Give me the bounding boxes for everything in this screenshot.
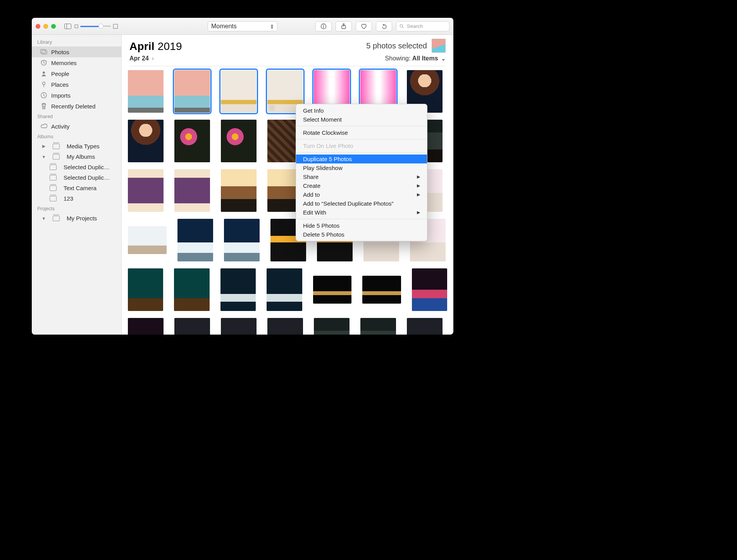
photo-thumbnail[interactable]: [128, 120, 164, 162]
sidebar-group-my-projects[interactable]: ▼My Projects: [32, 213, 121, 223]
photo-thumbnail[interactable]: [267, 268, 302, 311]
photo-thumbnail[interactable]: [313, 276, 351, 304]
disclosure-triangle-icon[interactable]: ▶: [41, 144, 46, 149]
photo-thumbnail[interactable]: [314, 318, 350, 335]
sidebar-item-recently-deleted[interactable]: Recently Deleted: [32, 101, 121, 112]
favorite-button[interactable]: [356, 21, 372, 31]
search-field[interactable]: [396, 21, 449, 31]
menu-item[interactable]: Add to “Selected Duplicate Photos”: [296, 199, 427, 208]
info-icon: [320, 23, 327, 29]
photo-thumbnail[interactable]: [174, 318, 210, 335]
window-controls: [36, 24, 56, 29]
photo-thumbnail[interactable]: [128, 268, 163, 311]
menu-item[interactable]: Rotate Clockwise: [296, 128, 427, 137]
photo-thumbnail[interactable]: [221, 318, 257, 335]
sidebar-item-label: 123: [64, 195, 73, 202]
photo-thumbnail[interactable]: [220, 268, 256, 311]
chevron-right-icon[interactable]: ›: [152, 55, 154, 62]
menu-item-label: Share: [303, 173, 319, 180]
sidebar-item-label: Photos: [51, 49, 69, 55]
sidebar-item-photos[interactable]: Photos: [32, 46, 121, 57]
minimize-window-button[interactable]: [43, 24, 48, 29]
selection-preview-thumb[interactable]: [432, 39, 446, 53]
sidebar-toggle-icon[interactable]: [64, 24, 71, 29]
search-input[interactable]: [406, 23, 446, 29]
fullscreen-window-button[interactable]: [51, 24, 56, 29]
chevron-down-icon: ⌄: [441, 56, 446, 62]
svg-point-8: [400, 24, 403, 27]
svg-point-5: [323, 25, 324, 26]
menu-item[interactable]: Play Slideshow: [296, 163, 427, 172]
photo-thumbnail[interactable]: [174, 70, 210, 113]
menu-item-label: Turn On Live Photo: [303, 143, 353, 149]
photo-thumbnail[interactable]: [174, 169, 210, 212]
disclosure-triangle-icon[interactable]: ▼: [41, 155, 46, 159]
sidebar-item-label: Activity: [51, 123, 70, 130]
menu-item-label: Play Slideshow: [303, 165, 343, 171]
menu-item-label: Delete 5 Photos: [303, 231, 344, 238]
sidebar-album-item[interactable]: Selected Duplic…: [32, 162, 121, 172]
photo-thumbnail[interactable]: [177, 219, 213, 261]
sidebar-item-label: My Projects: [67, 215, 97, 222]
photo-thumbnail[interactable]: [412, 268, 447, 311]
submenu-arrow-icon: ▶: [417, 183, 420, 188]
photo-thumbnail[interactable]: [128, 169, 164, 212]
sidebar-item-imports[interactable]: Imports: [32, 90, 121, 101]
menu-item[interactable]: Share▶: [296, 172, 427, 181]
share-button[interactable]: [336, 21, 352, 31]
photo-thumbnail[interactable]: [128, 70, 164, 113]
view-mode-select[interactable]: Moments ▲▼: [208, 21, 277, 31]
sidebar-album-item[interactable]: Selected Duplic…: [32, 172, 121, 183]
photo-thumbnail[interactable]: [174, 120, 210, 162]
toolbar-tools: [315, 21, 449, 31]
sidebar-item-activity[interactable]: Activity: [32, 121, 121, 132]
date-breadcrumb[interactable]: Apr 24: [129, 55, 149, 62]
menu-item[interactable]: Add to▶: [296, 190, 427, 199]
photo-thumbnail[interactable]: [407, 318, 443, 335]
photo-thumbnail[interactable]: [174, 268, 209, 311]
info-button[interactable]: [315, 21, 332, 31]
filter-showing[interactable]: Showing: All Items ⌄: [385, 55, 446, 62]
menu-item[interactable]: Hide 5 Photos: [296, 221, 427, 230]
sidebar-item-places[interactable]: Places: [32, 79, 121, 90]
photo-thumbnail[interactable]: [221, 169, 257, 212]
zoom-thumb[interactable]: [98, 24, 103, 29]
menu-item[interactable]: Duplicate 5 Photos: [296, 155, 427, 163]
menu-item[interactable]: Delete 5 Photos: [296, 230, 427, 239]
close-window-button[interactable]: [36, 24, 40, 29]
photo-thumbnail[interactable]: [128, 318, 164, 335]
disclosure-triangle-icon[interactable]: ▼: [41, 216, 46, 221]
sidebar-album-item[interactable]: 123: [32, 193, 121, 204]
svg-point-14: [43, 82, 45, 85]
photo-thumbnail[interactable]: [128, 226, 167, 254]
sidebar-item-people[interactable]: People: [32, 68, 121, 79]
svg-rect-0: [65, 24, 71, 29]
rotate-button[interactable]: [376, 21, 392, 31]
sidebar-album-item[interactable]: Text Camera: [32, 183, 121, 193]
photo-thumbnail[interactable]: [360, 318, 396, 335]
photo-thumbnail[interactable]: [221, 70, 257, 113]
submenu-arrow-icon: ▶: [417, 210, 420, 215]
photo-thumbnail[interactable]: [221, 120, 257, 162]
sidebar-item-label: Places: [51, 81, 69, 88]
photo-thumbnail[interactable]: [267, 318, 303, 335]
album-icon: [50, 165, 57, 170]
zoom-slider[interactable]: [74, 24, 118, 29]
people-icon: [40, 70, 47, 77]
svg-rect-11: [42, 50, 47, 54]
sidebar-group-media-types[interactable]: ▶Media Types: [32, 141, 121, 151]
menu-item[interactable]: Select Moment: [296, 115, 427, 124]
menu-item[interactable]: Get Info: [296, 106, 427, 115]
menu-item[interactable]: Create▶: [296, 181, 427, 190]
sidebar-item-memories[interactable]: Memories: [32, 57, 121, 68]
menu-item[interactable]: Edit With▶: [296, 208, 427, 217]
stepper-arrows-icon: ▲▼: [270, 24, 274, 29]
memories-icon: [40, 59, 47, 66]
sidebar-item-label: Memories: [51, 60, 77, 66]
zoom-track[interactable]: [81, 26, 111, 27]
svg-rect-2: [75, 25, 78, 28]
album-icon: [50, 186, 57, 191]
photo-thumbnail[interactable]: [224, 219, 260, 261]
sidebar-group-my-albums[interactable]: ▼My Albums: [32, 151, 121, 162]
photo-thumbnail[interactable]: [362, 276, 401, 304]
